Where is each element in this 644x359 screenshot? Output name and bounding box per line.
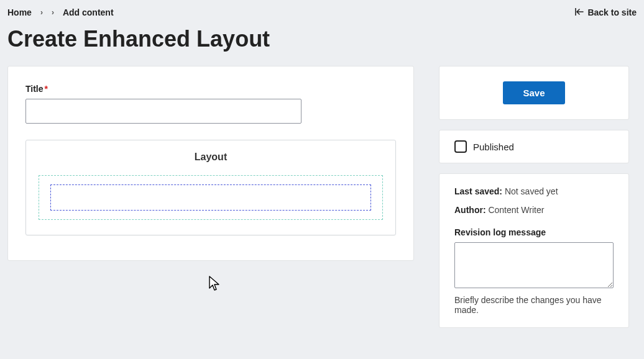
main-column: Title* Layout: [7, 66, 414, 328]
last-saved-label: Last saved:: [454, 186, 502, 196]
layout-region-outer[interactable]: [39, 175, 383, 220]
author-row: Author: Content Writer: [454, 205, 614, 215]
save-button[interactable]: Save: [503, 81, 564, 104]
save-card: Save: [439, 66, 629, 120]
back-to-site-link[interactable]: Back to site: [575, 7, 637, 17]
revision-log-label: Revision log message: [454, 227, 614, 237]
sidebar-column: Save Published Last saved: Not saved yet…: [439, 66, 629, 328]
main-form-card: Title* Layout: [7, 66, 414, 261]
author-value: Content Writer: [488, 205, 544, 215]
chevron-right-icon: ›: [52, 8, 54, 17]
breadcrumb-add-content[interactable]: Add content: [63, 7, 114, 17]
required-mark: *: [45, 84, 48, 94]
breadcrumbs: Home › › Add content: [7, 7, 114, 17]
meta-card: Last saved: Not saved yet Author: Conten…: [439, 173, 629, 328]
revision-log-textarea[interactable]: [454, 242, 614, 288]
published-checkbox[interactable]: [454, 140, 467, 153]
layout-section: Layout: [25, 140, 396, 235]
published-card: Published: [439, 130, 629, 163]
content-row: Title* Layout Save Published Last saved:…: [0, 66, 644, 328]
title-input[interactable]: [25, 99, 301, 124]
breadcrumb-home[interactable]: Home: [7, 7, 32, 17]
page-title: Create Enhanced Layout: [0, 17, 644, 66]
title-label: Title*: [25, 84, 396, 94]
last-saved-value: Not saved yet: [505, 186, 558, 196]
revision-help-text: Briefly describe the changes you have ma…: [454, 295, 614, 315]
chevron-right-icon: ›: [40, 8, 43, 17]
breadcrumb-bar: Home › › Add content Back to site: [0, 0, 644, 17]
last-saved-row: Last saved: Not saved yet: [454, 186, 614, 196]
author-label: Author:: [454, 205, 486, 215]
published-label: Published: [473, 142, 514, 152]
back-to-site-label: Back to site: [587, 7, 637, 17]
layout-region-inner[interactable]: [50, 184, 371, 211]
back-arrow-icon: [575, 7, 584, 17]
title-label-text: Title: [25, 84, 44, 94]
layout-heading: Layout: [39, 152, 383, 163]
